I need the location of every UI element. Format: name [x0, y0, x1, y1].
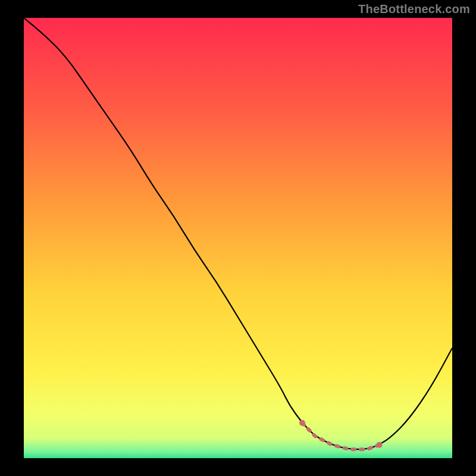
- chart-svg: [24, 18, 452, 458]
- chart-frame: TheBottleneck.com: [0, 0, 476, 476]
- svg-point-1: [377, 442, 383, 448]
- chart-plot-area: [24, 18, 452, 458]
- attribution-text: TheBottleneck.com: [358, 2, 470, 16]
- svg-point-0: [299, 420, 305, 426]
- gradient-background: [24, 18, 452, 458]
